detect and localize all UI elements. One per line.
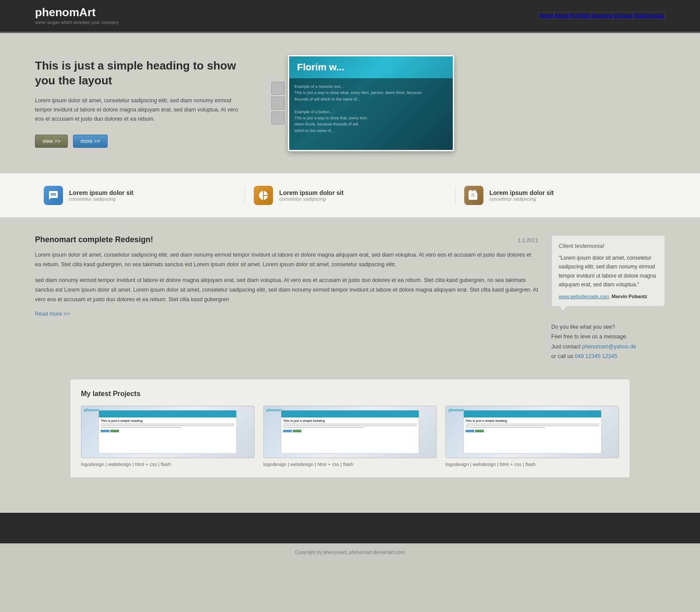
feature-item-3: Lorem ipsum dolor sit consetetur sadipsc… xyxy=(455,186,665,205)
article-title: Phenomart complete Redesign! xyxy=(35,235,153,244)
project-thumb-2[interactable]: phenom... This is just a simple heading xyxy=(263,406,437,458)
hero-img-label: Florim w... xyxy=(297,62,344,73)
article-paragraph-1: Lorem ipsum dolor sit amet, consetetur s… xyxy=(35,250,538,270)
project-thumb-3[interactable]: phenom... This is just a simple heading xyxy=(445,406,619,458)
testimonial-text: "Lorem ipsum dolor sit amet, consetetur … xyxy=(559,254,658,289)
contact-line3: Just contact xyxy=(551,344,581,350)
projects-wrapper: My latest Projects phenom... This is jus… xyxy=(0,379,700,513)
sidebar: Client testemonial "Lorem ipsum dolor si… xyxy=(551,235,665,362)
proj-line-3 xyxy=(101,427,181,428)
feature-subtitle-1: consetetur sadipscing xyxy=(69,196,133,202)
thumbnail-3[interactable] xyxy=(271,111,284,125)
article-date: 1.1.2011 xyxy=(518,237,538,243)
main-content: Phenomart complete Redesign! 1.1.2011 Lo… xyxy=(35,235,538,362)
feature-text-3: Lorem ipsum dolor sit consetetur sadipsc… xyxy=(490,189,554,202)
hero-buttons: view >> more >> xyxy=(35,135,245,148)
proj-btn-5 xyxy=(466,430,474,432)
article-body: Lorem ipsum dolor sit amet, consetetur s… xyxy=(35,250,538,304)
article-title-row: Phenomart complete Redesign! 1.1.2011 xyxy=(35,235,538,244)
testimonial-attribution: www.websitemade.com, Marvin Pobantz xyxy=(559,294,658,299)
thumbnail-1[interactable] xyxy=(271,82,284,95)
contact-box: Do you like what you see? Feel free to l… xyxy=(551,322,665,362)
proj-mock-title-1: This is just a simple heading xyxy=(101,419,234,422)
bag-icon xyxy=(464,186,483,205)
proj-line-2 xyxy=(101,425,234,426)
logo-slogan: some slogan which deonbes your company xyxy=(35,20,119,25)
proj-mock-title-2: This is just a simple heading xyxy=(283,419,417,422)
nav-item-portfolio[interactable]: Portfolio xyxy=(570,12,591,19)
proj-line-7 xyxy=(466,424,599,424)
feature-title-1: Lorem ipsum dolor sit xyxy=(69,189,133,196)
project-mock-3: This is just a simple heading xyxy=(463,410,602,454)
proj-mock-body-3: This is just a simple heading xyxy=(464,417,601,434)
testimonial-heading: Client testemonial xyxy=(559,243,658,249)
projects-section: My latest Projects phenom... This is jus… xyxy=(70,379,630,478)
project-thumb-inner-3: phenom... This is just a simple heading xyxy=(446,406,619,458)
project-caption-1: logodesign | webdesign | html + css | fl… xyxy=(81,462,255,467)
nav-item-contact[interactable]: Contact xyxy=(613,12,634,19)
chat-icon xyxy=(44,186,63,205)
hero-heading: This is just a simple heading to show yo… xyxy=(35,59,245,88)
proj-btn-3 xyxy=(283,430,292,432)
hero-img-text: Example of a Genesis text... This is jus… xyxy=(289,78,453,139)
view-button[interactable]: view >> xyxy=(35,135,68,148)
footer-bottom: Copyright by phenomart, phenomart.devian… xyxy=(0,543,700,561)
footer-dark xyxy=(0,513,700,543)
logo-prefix: phenom xyxy=(35,6,79,19)
nav-item-services[interactable]: Services xyxy=(591,12,613,19)
thumbnail-2[interactable] xyxy=(271,97,284,110)
copyright-text: Copyright by phenomart, phenomart.devian… xyxy=(35,549,665,555)
proj-mock-header-1 xyxy=(99,410,236,417)
proj-line-8 xyxy=(466,425,599,426)
main-nav: Home About Portfolio Services Contact Te… xyxy=(538,12,665,19)
project-item-1: phenom... This is just a simple heading xyxy=(81,406,255,467)
hero-text-area: This is just a simple heading to show yo… xyxy=(35,59,245,147)
logo-area: phenomArt some slogan which deonbes your… xyxy=(35,6,119,25)
hero-image: Florim w... Example of a Genesis text...… xyxy=(288,55,454,151)
proj-mock-body-2: This is just a simple heading xyxy=(281,417,419,434)
project-thumb-inner-2: phenom... This is just a simple heading xyxy=(264,406,437,458)
project-item-2: phenom... This is just a simple heading xyxy=(263,406,437,467)
features-section: Lorem ipsum dolor sit consetetur sadipsc… xyxy=(0,173,700,218)
contact-phone-link[interactable]: 049 12345 12345 xyxy=(575,353,617,359)
proj-btn-1 xyxy=(101,430,109,432)
testimonial-author: Marvin Pobantz xyxy=(612,294,647,299)
contact-line2: Feel free to leve us a message. xyxy=(551,332,665,342)
feature-item-1: Lorem ipsum dolor sit consetetur sadipsc… xyxy=(35,186,245,205)
feature-title-2: Lorem ipsum dolor sit xyxy=(279,189,343,196)
testimonial-box: Client testemonial "Lorem ipsum dolor si… xyxy=(551,235,665,306)
projects-heading: My latest Projects xyxy=(81,390,619,398)
project-caption-2: logodesign | webdesign | html + css | fl… xyxy=(263,462,437,467)
hero-section: This is just a simple heading to show yo… xyxy=(0,33,700,173)
feature-item-2: Lorem ipsum dolor sit consetetur sadipsc… xyxy=(245,186,455,205)
testimonial-website-link[interactable]: www.websitemade.com, xyxy=(559,294,610,299)
proj-mock-body-1: This is just a simple heading xyxy=(99,417,236,434)
project-item-3: phenom... This is just a simple heading xyxy=(445,406,619,467)
proj-btn-4 xyxy=(293,430,301,432)
logo-suffix: Art xyxy=(79,6,96,19)
contact-email-link[interactable]: phenomart@yahoo.de xyxy=(582,344,636,350)
feature-subtitle-2: consetetur sadipscing xyxy=(279,196,343,202)
nav-item-testimonials[interactable]: Testimonials xyxy=(633,12,665,19)
contact-line3-area: Just contact phenomart@yahoo.de xyxy=(551,342,665,352)
project-mock-2: This is just a simple heading xyxy=(281,410,419,454)
proj-btns-1 xyxy=(101,430,234,432)
project-thumb-1[interactable]: phenom... This is just a simple heading xyxy=(81,406,255,458)
nav-item-about[interactable]: About xyxy=(554,12,570,19)
feature-title-3: Lorem ipsum dolor sit xyxy=(490,189,554,196)
hero-image-mock: Florim w... Example of a Genesis text...… xyxy=(289,56,453,150)
feature-text-2: Lorem ipsum dolor sit consetetur sadipsc… xyxy=(279,189,343,202)
pie-icon xyxy=(254,186,273,205)
projects-grid: phenom... This is just a simple heading xyxy=(81,406,619,467)
hero-img-overlay: Example of a Genesis text... This is jus… xyxy=(289,78,453,150)
main-area: Phenomart complete Redesign! 1.1.2011 Lo… xyxy=(0,218,700,379)
feature-text-1: Lorem ipsum dolor sit consetetur sadipsc… xyxy=(69,189,133,202)
read-more-link[interactable]: Read more >> xyxy=(35,311,70,317)
proj-line-6 xyxy=(283,427,363,428)
proj-line-1 xyxy=(101,424,234,424)
nav-item-home[interactable]: Home xyxy=(539,12,554,19)
proj-mock-header-2 xyxy=(281,410,419,417)
more-button[interactable]: more >> xyxy=(73,135,108,148)
project-caption-3: logodesign | webdesign | html + css | fl… xyxy=(445,462,619,467)
proj-btn-6 xyxy=(475,430,484,432)
